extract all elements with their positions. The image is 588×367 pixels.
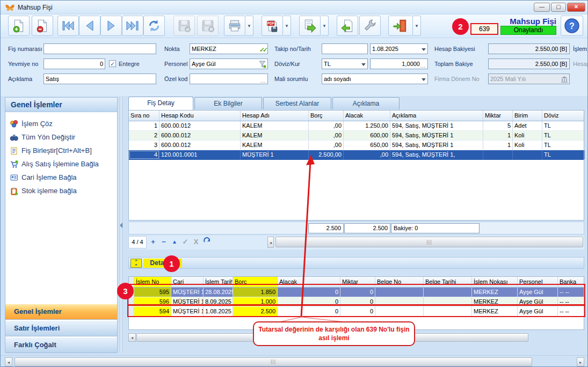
pdf-dropdown[interactable]: ▼ [283, 16, 291, 36]
takip-no-input[interactable] [322, 43, 368, 54]
sidebar-button-farkli-cogalt[interactable]: Farklı Çoğalt [5, 337, 117, 353]
mali-sorumlu-select[interactable]: adı soyadı [322, 74, 428, 84]
splitter-collapse-icon[interactable] [120, 223, 122, 228]
record-number-field[interactable]: 639 [470, 23, 498, 35]
sidebar-item-islem-coz[interactable]: İşlem Çöz [5, 117, 117, 130]
grid-cell: 0 [278, 288, 340, 297]
column-header[interactable]: Hesap Adı [241, 111, 309, 121]
column-header[interactable]: Sıra no [129, 111, 159, 121]
grid-horizontal-scrollbar[interactable]: ||| [275, 237, 583, 247]
first-record-button[interactable] [57, 16, 79, 36]
window-scroll-right-arrow[interactable]: ▸ [577, 357, 584, 366]
nokta-input[interactable]: MERKEZ✓✓ [190, 43, 268, 54]
voucher-line-row[interactable]: 3600.00.012KALEM,00650,00594, Satış, MÜŞ… [129, 141, 584, 150]
sidebar-item-alis-satis-islemine-bagla[interactable]: Alış Satış İşlemine Bağla [5, 157, 117, 171]
entegre-checkbox[interactable]: ✓ [109, 60, 116, 67]
voucher-line-row[interactable]: 4120.001.0001MÜŞTERİ 12.500,00,00594, Sa… [129, 150, 584, 160]
minimize-button[interactable]: — [534, 3, 550, 12]
detail-column-header[interactable]: İşlem Tarihi [204, 277, 233, 287]
tab-ek-bilgiler[interactable]: Ek Bilgiler [194, 97, 262, 109]
detail-column-header[interactable]: İşlem No [134, 277, 171, 287]
kur-input[interactable]: 1,0000… [370, 58, 428, 69]
tab-serbest-alanlar[interactable]: Serbest Alanlar [263, 97, 331, 109]
previous-record-icon [84, 20, 96, 32]
column-header[interactable]: Alacak [344, 111, 390, 121]
close-button[interactable]: ✕ [567, 3, 585, 12]
next-record-button[interactable] [100, 16, 122, 36]
sidebar-item-tum-yon-degistir[interactable]: Tüm Yön Değiştir [5, 130, 117, 144]
tab-fis-detay[interactable]: Fiş Detay [128, 97, 193, 110]
add-row-button[interactable]: + [148, 236, 158, 248]
collapse-chevrons-icon[interactable]: ⌃⌃ [130, 259, 142, 268]
related-transaction-row[interactable]: 594MÜŞTERİ 11.08.2025 12.50000MERKEZAyşe… [129, 307, 584, 317]
column-header[interactable]: Birim [513, 111, 542, 121]
detail-column-header[interactable]: Miktar [340, 277, 375, 287]
delete-row-button[interactable]: − [158, 236, 169, 248]
double-check-icon: ✓✓ [259, 45, 266, 54]
print-button[interactable] [224, 16, 245, 36]
related-transaction-row[interactable]: ›595MÜŞTERİ 128.08.20251.85000MERKEZAyşe… [129, 288, 584, 297]
takip-date-input[interactable]: 1.08.2025 [370, 43, 428, 54]
aciklama-input[interactable]: Satış [43, 74, 156, 84]
refresh-button[interactable] [143, 16, 165, 36]
new-record-button[interactable] [8, 16, 30, 36]
details-section-bar[interactable]: ⌃⌃ Detaylar [128, 257, 584, 269]
detail-column-header[interactable]: Belge No [375, 277, 424, 287]
voucher-line-row[interactable]: 2600.00.012KALEM,00600,00594, Satış, MÜŞ… [129, 131, 584, 141]
detail-column-header[interactable]: Cari [171, 277, 204, 287]
sidebar-item-cari-isleme-bagla[interactable]: Cari İşleme Bağla [5, 171, 117, 184]
column-header[interactable]: Borç [309, 111, 344, 121]
detail-column-header[interactable]: Alacak [278, 277, 340, 287]
yevmiye-no-input[interactable]: 0 [43, 58, 105, 69]
settings-button[interactable] [359, 16, 381, 36]
save-button[interactable] [173, 16, 195, 36]
sidebar-item-stok-isleme-bagla[interactable]: Stok işleme bağla [5, 184, 117, 197]
voucher-line-row[interactable]: 1600.00.012KALEM,001.250,00594, Satış, M… [129, 121, 584, 131]
scroll-left-arrow[interactable]: ◂ [267, 237, 274, 248]
revert-document-button[interactable] [337, 16, 358, 36]
tab-aciklama[interactable]: Açıklama [332, 97, 400, 109]
edit-row-button[interactable]: ▲ [169, 236, 180, 248]
delete-record-button[interactable] [32, 16, 53, 36]
related-transaction-row[interactable]: 596MÜŞTERİ 18.09.2025 11.00000MERKEZAyşe… [129, 297, 584, 307]
exit-dropdown[interactable]: ▼ [413, 16, 421, 36]
window-horizontal-scrollbar[interactable]: ||| [14, 357, 532, 366]
previous-record-button[interactable] [79, 16, 100, 36]
exit-button[interactable] [388, 16, 413, 36]
detail-scroll-left-arrow[interactable]: ◂ [128, 333, 136, 342]
ozel-kod-input[interactable]: … [190, 74, 268, 84]
column-header[interactable]: Miktar [483, 111, 513, 121]
save-close-button[interactable] [197, 16, 219, 36]
detail-column-header[interactable]: Borç [233, 277, 278, 287]
detail-column-header[interactable]: Banka [558, 277, 585, 287]
sidebar-button-genel-islemler[interactable]: Genel İşlemler [5, 304, 117, 320]
grid-cell: 1.250,00 [344, 121, 390, 130]
detail-column-header[interactable]: İşlem Nokası [472, 277, 518, 287]
doviz-select[interactable]: TL [322, 58, 368, 69]
grid-cell [375, 297, 424, 306]
ellipsis-button[interactable]: … [260, 76, 266, 84]
sidebar-button-satir-islemleri[interactable]: Satır İşlemleri [5, 320, 117, 336]
ellipsis-button[interactable]: … [420, 61, 426, 69]
window-scroll-left-arrow[interactable]: ◂ [5, 357, 12, 366]
column-header[interactable]: Hesap Kodu [159, 111, 241, 121]
last-record-button[interactable] [122, 16, 143, 36]
fis-numarasi-input[interactable] [43, 43, 156, 54]
copy-dropdown[interactable]: ▼ [321, 16, 329, 36]
help-button[interactable]: ? [561, 16, 583, 36]
maximize-button[interactable]: ▢ [551, 3, 566, 12]
print-dropdown[interactable]: ▼ [245, 16, 253, 36]
personel-input[interactable]: Ayşe Gül [190, 58, 268, 69]
detail-column-header[interactable]: Personel [518, 277, 558, 287]
copy-transfer-button[interactable] [299, 16, 321, 36]
sidebar-header: Genel İşlemler [5, 98, 117, 112]
borc-total: 2.500 [308, 223, 344, 233]
pdf-export-button[interactable]: PDF [262, 16, 283, 36]
column-header[interactable]: Açıklama [390, 111, 483, 121]
sidebar-item-fis-birlestir[interactable]: Fiş Birleştir[Ctrl+Alt+B] [5, 144, 117, 157]
detail-column-header[interactable]: Belge Tarihi [424, 277, 472, 287]
redo-button[interactable] [201, 236, 212, 248]
column-header[interactable]: Döviz [542, 111, 585, 121]
confirm-row-button[interactable]: ✓ [180, 236, 191, 248]
cancel-row-button[interactable]: X [191, 236, 201, 248]
